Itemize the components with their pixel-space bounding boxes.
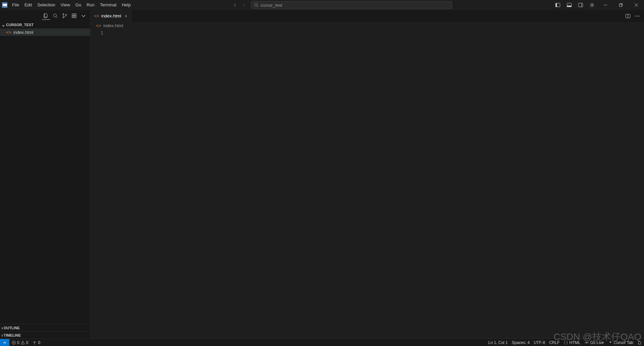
settings-button[interactable] xyxy=(586,0,598,10)
cursor-position[interactable]: Ln 1, Col 1 xyxy=(486,339,510,346)
editor-body[interactable]: 1 xyxy=(91,29,644,339)
cursor-tab-button[interactable]: Cursor Tab xyxy=(606,339,635,346)
warnings-count: 0 xyxy=(26,340,29,345)
tab-close-button[interactable]: × xyxy=(123,13,128,19)
menu-view[interactable]: View xyxy=(58,0,73,10)
menu-help[interactable]: Help xyxy=(119,0,133,10)
svg-point-25 xyxy=(637,15,638,16)
nav-back-button[interactable] xyxy=(231,0,239,10)
bell-icon xyxy=(637,340,642,345)
code-area[interactable] xyxy=(107,29,644,339)
editor-area: <> index.html × <> index.html 1 xyxy=(91,10,644,339)
html-file-icon: <> xyxy=(96,23,101,28)
html-file-icon: <> xyxy=(94,13,99,19)
toggle-panel-button[interactable] xyxy=(564,0,575,10)
svg-rect-18 xyxy=(72,14,74,15)
line-number-1: 1 xyxy=(91,30,103,36)
explorer-view-button[interactable] xyxy=(42,12,50,20)
remote-button[interactable] xyxy=(0,339,9,346)
source-control-button[interactable] xyxy=(61,12,69,20)
svg-point-8 xyxy=(591,4,593,6)
arrow-right-icon xyxy=(241,3,246,7)
encoding-button[interactable]: UTF-8 xyxy=(532,339,547,346)
statusbar: 0 0 0 Ln 1, Col 1 Spaces: 4 UTF-8 CRLF H… xyxy=(0,339,644,346)
toggle-secondary-sidebar-button[interactable] xyxy=(575,0,586,10)
tab-bar: <> index.html × xyxy=(91,10,644,22)
notifications-button[interactable] xyxy=(635,339,644,346)
chevron-down-icon: ⌄ xyxy=(1,22,5,27)
menu-selection[interactable]: Selection xyxy=(35,0,58,10)
svg-rect-10 xyxy=(620,4,622,7)
menu-terminal[interactable]: Terminal xyxy=(97,0,119,10)
extensions-icon xyxy=(71,13,77,18)
split-editor-button[interactable] xyxy=(624,12,632,20)
timeline-label: TIMELINE xyxy=(4,333,21,337)
chevron-right-icon: › xyxy=(1,333,3,338)
svg-point-13 xyxy=(54,14,57,17)
close-icon xyxy=(635,3,638,7)
gear-icon xyxy=(589,2,595,8)
menu-go[interactable]: Go xyxy=(73,0,84,10)
error-icon xyxy=(11,340,16,345)
extensions-view-button[interactable] xyxy=(70,12,78,20)
git-branch-icon xyxy=(62,13,67,18)
broadcast-icon xyxy=(584,340,589,345)
explorer-toolbar xyxy=(0,10,90,21)
svg-line-1 xyxy=(257,6,258,7)
svg-rect-20 xyxy=(72,16,74,18)
window-minimize-button[interactable] xyxy=(598,0,613,10)
command-center-search[interactable]: cursor_test xyxy=(251,1,452,9)
nav-forward-button[interactable] xyxy=(239,0,248,10)
window-close-button[interactable] xyxy=(629,0,644,10)
svg-rect-3 xyxy=(556,3,557,7)
more-actions-button[interactable] xyxy=(633,12,641,20)
toggle-primary-sidebar-button[interactable] xyxy=(552,0,564,10)
layout-panel-icon xyxy=(567,2,572,8)
language-mode-button[interactable]: HTML xyxy=(561,339,582,346)
menu-edit[interactable]: Edit xyxy=(22,0,35,10)
arrow-left-icon xyxy=(233,3,237,7)
tab-index-html[interactable]: <> index.html × xyxy=(91,10,132,22)
indentation-button[interactable]: Spaces: 4 xyxy=(510,339,532,346)
eol-button[interactable]: CRLF xyxy=(547,339,561,346)
explorer-sidebar: ⌄ CURSOR_TEST <> index.html › OUTLINE › … xyxy=(0,10,91,339)
maximize-icon xyxy=(619,3,623,7)
more-views-button[interactable] xyxy=(79,12,88,20)
file-item-index-html[interactable]: <> index.html xyxy=(0,28,90,36)
titlebar: ⌨ File Edit Selection View Go Run Termin… xyxy=(0,0,644,10)
outline-label: OUTLINE xyxy=(4,326,20,330)
file-name: index.html xyxy=(13,30,33,35)
layout-controls xyxy=(552,0,598,10)
svg-point-17 xyxy=(65,14,67,15)
menu-file[interactable]: File xyxy=(9,0,22,10)
outline-section[interactable]: › OUTLINE xyxy=(0,324,90,331)
svg-point-15 xyxy=(63,13,64,15)
go-live-button[interactable]: Go Live xyxy=(582,339,606,346)
window-maximize-button[interactable] xyxy=(613,0,629,10)
split-horizontal-icon xyxy=(625,13,631,19)
ports-button[interactable]: 0 xyxy=(30,339,42,346)
problems-button[interactable]: 0 0 xyxy=(9,339,30,346)
folder-header[interactable]: ⌄ CURSOR_TEST xyxy=(0,21,90,28)
menubar: File Edit Selection View Go Run Terminal… xyxy=(9,0,133,10)
ports-count: 0 xyxy=(38,340,40,345)
menu-run[interactable]: Run xyxy=(84,0,97,10)
sparkle-icon xyxy=(608,340,613,345)
svg-point-16 xyxy=(63,17,64,18)
search-icon xyxy=(254,3,259,7)
html-file-icon: <> xyxy=(6,30,11,35)
layout-sidebar-right-icon xyxy=(578,2,583,8)
svg-point-31 xyxy=(34,341,35,342)
timeline-section[interactable]: › TIMELINE xyxy=(0,331,90,339)
search-icon xyxy=(53,13,58,18)
breadcrumb-file: index.html xyxy=(103,23,123,28)
tab-label: index.html xyxy=(101,13,121,18)
chevron-right-icon: › xyxy=(1,325,3,331)
files-icon xyxy=(43,13,49,18)
radio-tower-icon xyxy=(32,340,37,345)
svg-point-0 xyxy=(255,3,257,6)
svg-rect-6 xyxy=(579,3,583,7)
braces-icon xyxy=(564,340,568,345)
search-view-button[interactable] xyxy=(51,12,59,20)
breadcrumb[interactable]: <> index.html xyxy=(91,22,644,29)
